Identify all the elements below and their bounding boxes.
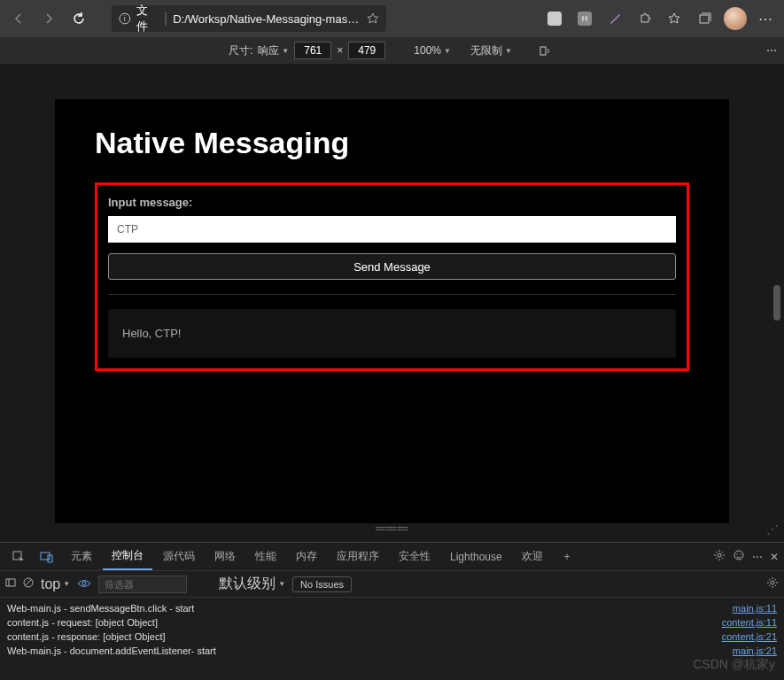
tab-elements[interactable]: 元素	[62, 544, 101, 569]
sidebar-icon	[5, 577, 16, 588]
resize-grip-horizontal[interactable]: ═══	[376, 521, 408, 537]
clear-icon	[23, 577, 34, 588]
vertical-scrollbar[interactable]	[772, 64, 782, 542]
console-source-link[interactable]: main.js:21	[733, 645, 777, 656]
live-expression-button[interactable]	[77, 578, 91, 591]
info-icon: i	[119, 12, 131, 25]
svg-text:i: i	[124, 14, 126, 23]
send-message-button[interactable]: Send Message	[108, 253, 676, 280]
star-plus-icon	[668, 12, 682, 26]
add-tab-button[interactable]: ＋	[554, 544, 580, 570]
gear-icon	[713, 549, 726, 561]
watermark: CSDN @杭家y	[693, 657, 775, 673]
device-icon	[40, 551, 54, 563]
console-message: content.js - response: [object Object]	[7, 631, 166, 642]
tab-network[interactable]: 网络	[206, 544, 245, 569]
favorites-button[interactable]	[662, 5, 688, 32]
highlighted-form: Input message: Send Message Hello, CTP!	[95, 182, 689, 371]
chevron-down-icon: ▼	[505, 47, 512, 55]
context-dropdown[interactable]: top ▼	[41, 576, 70, 592]
console-filter-bar: top ▼ 默认级别 ▼ No Issues	[0, 571, 784, 598]
back-button[interactable]	[5, 5, 32, 32]
console-row[interactable]: Web-main.js - document.addEventListener-…	[7, 644, 777, 658]
throttle-dropdown[interactable]: 无限制 ▼	[470, 43, 512, 58]
chevron-down-icon: ▼	[444, 47, 451, 55]
console-source-link[interactable]: main.js:11	[733, 603, 777, 614]
browser-nav-bar: i 文件 | D:/Worksp/Native-Messaging-maste.…	[0, 0, 784, 37]
file-label: 文件	[136, 3, 159, 35]
forward-button[interactable]	[35, 5, 62, 32]
resize-corner-icon[interactable]: ⋰	[766, 522, 779, 537]
inspect-icon	[12, 551, 25, 563]
gear-icon	[766, 576, 779, 589]
chevron-down-icon: ▼	[282, 47, 289, 55]
feedback-button[interactable]	[733, 549, 745, 564]
tab-performance[interactable]: 性能	[246, 544, 285, 569]
console-row[interactable]: content.js - request: [object Object] co…	[7, 615, 777, 630]
svg-point-15	[82, 582, 86, 585]
inspect-button[interactable]	[5, 544, 32, 570]
url-text: D:/Worksp/Native-Messaging-maste...	[173, 12, 361, 26]
width-input[interactable]	[294, 42, 331, 59]
refresh-icon	[72, 12, 86, 26]
profile-button[interactable]	[722, 5, 749, 32]
menu-button[interactable]: ⋯	[752, 5, 779, 32]
page-viewport: Native Messaging Input message: Send Mes…	[0, 64, 784, 542]
extensions-button[interactable]	[632, 5, 658, 32]
console-toggle-button[interactable]	[5, 577, 16, 591]
tab-lighthouse[interactable]: Lighthouse	[441, 545, 511, 568]
arrow-left-icon	[12, 12, 26, 26]
message-input[interactable]	[108, 216, 676, 243]
scroll-thumb[interactable]	[773, 285, 780, 321]
close-devtools-button[interactable]: ✕	[770, 551, 779, 563]
responsive-toolbar: 尺寸: 响应 ▼ × 100% ▼ 无限制 ▼ ⋯	[0, 37, 784, 64]
output-box: Hello, CTP!	[108, 309, 676, 358]
size-label: 尺寸:	[229, 43, 252, 58]
tab-application[interactable]: 应用程序	[328, 544, 388, 569]
console-settings-button[interactable]	[766, 576, 779, 591]
console-row[interactable]: content.js - response: [object Object] c…	[7, 630, 777, 644]
ext-h-button[interactable]: H	[571, 5, 598, 32]
tab-memory[interactable]: 内存	[287, 544, 326, 569]
address-bar[interactable]: i 文件 | D:/Worksp/Native-Messaging-maste.…	[112, 5, 386, 32]
collections-button[interactable]	[692, 5, 718, 32]
device-mode-dropdown[interactable]: 响应 ▼	[258, 43, 289, 58]
issues-badge[interactable]: No Issues	[292, 576, 352, 592]
ext-square-icon[interactable]	[541, 5, 568, 32]
devtools-tabs: 元素 控制台 源代码 网络 性能 内存 应用程序 安全性 Lighthouse …	[0, 543, 784, 571]
zoom-dropdown[interactable]: 100% ▼	[414, 44, 451, 57]
smiley-icon	[733, 549, 745, 561]
more-icon: ⋯	[758, 11, 772, 27]
clear-console-button[interactable]	[23, 577, 34, 591]
ext-brush-icon[interactable]	[602, 5, 628, 32]
rotate-button[interactable]	[532, 37, 558, 64]
log-level-dropdown[interactable]: 默认级别 ▼	[219, 575, 285, 593]
svg-rect-3	[540, 47, 546, 55]
tab-welcome[interactable]: 欢迎	[513, 544, 552, 569]
svg-rect-11	[6, 579, 15, 586]
favorite-icon[interactable]	[367, 12, 379, 25]
settings-button[interactable]	[713, 549, 726, 564]
console-message: Web-main.js - sendMessageBtn.click - sta…	[7, 603, 194, 614]
brush-icon	[608, 12, 622, 26]
refresh-button[interactable]	[66, 5, 92, 32]
separator: |	[164, 11, 167, 27]
more-options-button[interactable]: ⋯	[766, 44, 777, 57]
tab-security[interactable]: 安全性	[390, 544, 439, 569]
console-row[interactable]: Web-main.js - sendMessageBtn.click - sta…	[7, 601, 777, 615]
console-message: content.js - request: [object Object]	[7, 617, 158, 628]
filter-input[interactable]	[98, 576, 187, 593]
console-source-link[interactable]: content.js:21	[722, 631, 777, 642]
input-label: Input message:	[108, 196, 676, 209]
avatar-icon	[724, 7, 747, 30]
tab-console[interactable]: 控制台	[103, 543, 152, 570]
device-toggle-button[interactable]	[34, 544, 60, 570]
svg-point-9	[736, 553, 737, 554]
console-message: Web-main.js - document.addEventListener-…	[7, 645, 216, 656]
collections-icon	[698, 12, 712, 26]
height-input[interactable]	[348, 42, 385, 59]
tab-sources[interactable]: 源代码	[154, 544, 204, 569]
svg-point-16	[771, 581, 774, 584]
devtools-menu-button[interactable]: ⋯	[752, 551, 763, 563]
console-source-link[interactable]: content.js:11	[722, 617, 777, 628]
